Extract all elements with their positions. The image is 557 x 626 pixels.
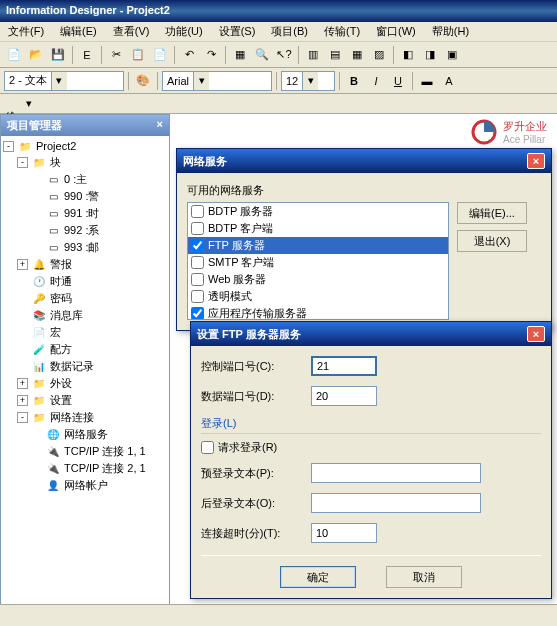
tree-node[interactable]: +📁外设 [3,375,167,392]
expand-icon[interactable]: + [17,259,28,270]
list-item[interactable]: 应用程序传输服务器 [188,305,448,320]
tool3-icon[interactable]: ▣ [442,45,462,65]
tree-node[interactable]: 📄宏 [3,324,167,341]
menu-view[interactable]: 查看(V) [105,22,158,41]
menu-help[interactable]: 帮助(H) [424,22,477,41]
close-icon[interactable]: × [527,153,545,169]
tool1-icon[interactable]: ◧ [398,45,418,65]
layout4-icon[interactable]: ▨ [369,45,389,65]
project-tree[interactable]: -📁Project2-📁块▭0 :主▭990 :警▭991 :时▭992 :系▭… [1,136,169,604]
tree-node[interactable]: ▭990 :警 [3,188,167,205]
new-icon[interactable]: 📄 [4,45,24,65]
tree-node[interactable]: 📊数据记录 [3,358,167,375]
tree-node[interactable]: -📁块 [3,154,167,171]
service-checkbox[interactable] [191,222,204,235]
close-icon[interactable]: × [157,118,163,133]
redo-icon[interactable]: ↷ [201,45,221,65]
layout3-icon[interactable]: ▦ [347,45,367,65]
bold-icon[interactable]: B [344,71,364,91]
tree-node[interactable]: +🔔警报 [3,256,167,273]
open-icon[interactable]: 📂 [26,45,46,65]
chevron-down-icon[interactable]: ▾ [193,72,209,90]
list-item[interactable]: SMTP 客户端 [188,254,448,271]
tree-node[interactable]: -📁Project2 [3,138,167,154]
service-checkbox[interactable] [191,307,204,320]
tree-node[interactable]: 🔌TCP/IP 连接 1, 1 [3,443,167,460]
list-item[interactable]: Web 服务器 [188,271,448,288]
menu-transfer[interactable]: 传输(T) [316,22,368,41]
close-icon[interactable]: × [527,326,545,342]
chevron-down-icon[interactable]: ▾ [302,72,318,90]
expand-icon[interactable]: - [17,157,28,168]
services-listbox[interactable]: BDTP 服务器BDTP 客户端FTP 服务器SMTP 客户端Web 服务器透明… [187,202,449,320]
cut-icon[interactable]: ✂ [106,45,126,65]
undo-icon[interactable]: ↶ [179,45,199,65]
expand-icon[interactable]: + [17,395,28,406]
chevron-down-icon[interactable]: ▾ [19,94,39,114]
tree-node[interactable]: 🌐网络服务 [3,426,167,443]
grid-icon[interactable]: ▦ [230,45,250,65]
expand-icon[interactable]: - [17,412,28,423]
req-login-checkbox[interactable] [201,441,214,454]
menu-edit[interactable]: 编辑(E) [52,22,105,41]
italic-icon[interactable]: I [366,71,386,91]
list-item[interactable]: 透明模式 [188,288,448,305]
font-combo[interactable]: Arial ▾ [162,71,272,91]
edit-button[interactable]: 编辑(E)... [457,202,527,224]
layout2-icon[interactable]: ▤ [325,45,345,65]
service-checkbox[interactable] [191,273,204,286]
postlogin-input[interactable] [311,493,481,513]
style-combo[interactable]: 2 - 文本 ▾ [4,71,124,91]
tree-node[interactable]: ▭991 :时 [3,205,167,222]
copy-icon[interactable]: 📋 [128,45,148,65]
list-item[interactable]: BDTP 服务器 [188,203,448,220]
save-icon[interactable]: 💾 [48,45,68,65]
pointer-icon[interactable]: ↖? [274,45,294,65]
tree-node[interactable]: ▭992 :系 [3,222,167,239]
paste-icon[interactable]: 📄 [150,45,170,65]
size-combo[interactable]: 12 ▾ [281,71,335,91]
prelogin-input[interactable] [311,463,481,483]
expand-icon[interactable]: + [17,378,28,389]
underline-icon[interactable]: U [388,71,408,91]
tree-node[interactable]: 🔌TCP/IP 连接 2, 1 [3,460,167,477]
menu-file[interactable]: 文件(F) [0,22,52,41]
exit-button[interactable]: 退出(X) [457,230,527,252]
dialog-titlebar[interactable]: 网络服务 × [177,149,551,173]
tree-node[interactable]: 🧪配方 [3,341,167,358]
text-color-icon[interactable]: A [439,71,459,91]
tree-node[interactable]: 🕐时通 [3,273,167,290]
tree-node[interactable]: ▭993 :邮 [3,239,167,256]
tree-node[interactable]: ▭0 :主 [3,171,167,188]
menu-window[interactable]: 窗口(W) [368,22,424,41]
service-checkbox[interactable] [191,256,204,269]
menu-project[interactable]: 项目(B) [263,22,316,41]
zoom-icon[interactable]: 🔍 [252,45,272,65]
color-icon[interactable]: 🎨 [133,71,153,91]
tree-node[interactable]: -📁网络连接 [3,409,167,426]
chevron-down-icon[interactable]: ▾ [51,72,67,90]
tree-node[interactable]: 📚消息库 [3,307,167,324]
cancel-button[interactable]: 取消 [386,566,462,588]
list-item[interactable]: BDTP 客户端 [188,220,448,237]
timeout-input[interactable] [311,523,377,543]
e-icon[interactable]: E [77,45,97,65]
tree-node[interactable]: 👤网络帐户 [3,477,167,494]
window-titlebar: Information Designer - Project2 [0,0,557,22]
fill-icon[interactable]: ▬ [417,71,437,91]
expand-icon[interactable]: - [3,141,14,152]
service-checkbox[interactable] [191,239,204,252]
menu-func[interactable]: 功能(U) [157,22,210,41]
menu-settings[interactable]: 设置(S) [211,22,264,41]
data-port-input[interactable] [311,386,377,406]
tree-node[interactable]: 🔑密码 [3,290,167,307]
tool2-icon[interactable]: ◨ [420,45,440,65]
dialog-titlebar[interactable]: 设置 FTP 服务器服务 × [191,322,551,346]
layout1-icon[interactable]: ▥ [303,45,323,65]
tree-node[interactable]: +📁设置 [3,392,167,409]
service-checkbox[interactable] [191,205,204,218]
service-checkbox[interactable] [191,290,204,303]
ok-button[interactable]: 确定 [280,566,356,588]
ctrl-port-input[interactable] [311,356,377,376]
list-item[interactable]: FTP 服务器 [188,237,448,254]
